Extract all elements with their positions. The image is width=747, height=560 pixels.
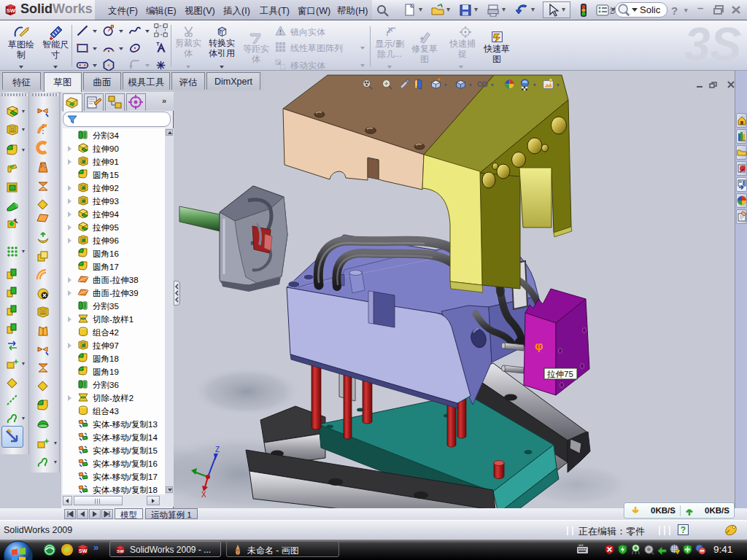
svg-text:拉伸75: 拉伸75: [546, 370, 573, 378]
svg-text:SW: SW: [7, 7, 16, 14]
svg-text:!: !: [677, 551, 678, 554]
svg-text:φ: φ: [535, 340, 543, 352]
svg-text:Z: Z: [215, 446, 220, 454]
svg-text:X: X: [201, 491, 206, 499]
